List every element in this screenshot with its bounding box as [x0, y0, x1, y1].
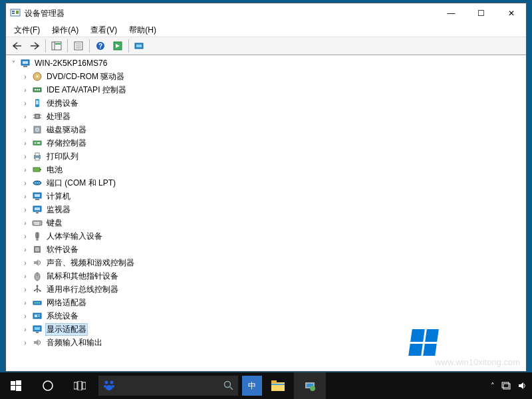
tree-node[interactable]: ›端口 (COM 和 LPT): [21, 176, 526, 190]
expand-icon[interactable]: ›: [21, 285, 30, 294]
svg-rect-26: [36, 100, 39, 104]
menu-view[interactable]: 查看(V): [85, 23, 122, 37]
computer-icon: [32, 191, 43, 201]
svg-rect-75: [39, 303, 40, 303]
baidu-icon: [102, 379, 116, 392]
show-hide-tree-button[interactable]: [49, 39, 65, 53]
svg-rect-15: [136, 45, 142, 47]
menu-file[interactable]: 文件(F): [9, 23, 45, 37]
node-label: 监视器: [45, 203, 72, 216]
expand-icon[interactable]: ›: [21, 338, 30, 347]
expand-icon[interactable]: ›: [21, 271, 30, 281]
tree-node[interactable]: ›磁盘驱动器: [21, 123, 526, 136]
tree-node[interactable]: ›系统设备: [21, 309, 526, 323]
help-button[interactable]: ?: [92, 39, 108, 53]
svg-line-97: [230, 387, 233, 390]
node-label: 声音、视频和游戏控制器: [45, 257, 136, 269]
expand-icon[interactable]: ›: [21, 258, 30, 267]
svg-point-92: [110, 381, 114, 384]
svg-rect-23: [37, 89, 38, 90]
network-icon[interactable]: [501, 381, 511, 390]
tree-root-node[interactable]: ˅ WIN-2K5KP16MS76: [9, 57, 526, 70]
svg-point-35: [37, 129, 38, 130]
tree-node[interactable]: ›DVD/CD-ROM 驱动器: [21, 70, 526, 83]
tree-node[interactable]: ›人体学输入设备: [21, 229, 526, 243]
expand-icon[interactable]: ›: [21, 218, 30, 227]
expand-icon[interactable]: ›: [21, 298, 30, 307]
svg-rect-58: [38, 222, 39, 223]
node-label: 通用串行总线控制器: [45, 283, 120, 296]
keyboard-icon: [32, 217, 43, 228]
menu-action[interactable]: 操作(A): [47, 23, 84, 37]
svg-rect-43: [40, 169, 41, 170]
expand-icon[interactable]: ›: [21, 112, 30, 121]
maximize-button[interactable]: ☐: [466, 3, 496, 23]
tree-node[interactable]: ›处理器: [21, 110, 526, 123]
expand-icon[interactable]: ›: [21, 125, 30, 134]
svg-point-71: [39, 290, 41, 291]
start-button[interactable]: [0, 372, 32, 399]
system-tray[interactable]: ˄: [491, 381, 532, 390]
ime-indicator[interactable]: 中: [242, 376, 262, 396]
tray-chevron-icon[interactable]: ˄: [491, 382, 495, 390]
minimize-button[interactable]: —: [436, 3, 466, 23]
collapse-icon[interactable]: ˅: [9, 59, 18, 68]
device-manager-taskbar-button[interactable]: [294, 372, 326, 399]
expand-icon[interactable]: ›: [21, 178, 30, 188]
svg-rect-22: [35, 89, 36, 90]
scan-hardware-button[interactable]: [132, 39, 148, 53]
svg-point-37: [35, 142, 36, 144]
svg-point-96: [225, 382, 231, 388]
expand-icon[interactable]: ›: [21, 231, 30, 241]
windows-logo-icon: [408, 329, 439, 356]
cortana-button[interactable]: [32, 372, 64, 399]
tree-node[interactable]: ›电池: [21, 163, 526, 176]
tree-node[interactable]: ›计算机: [21, 190, 526, 203]
tree-node[interactable]: ›通用串行总线控制器: [21, 283, 526, 296]
expand-icon[interactable]: ›: [21, 85, 30, 94]
expand-icon[interactable]: ›: [21, 98, 30, 108]
tree-node[interactable]: ›声音、视频和游戏控制器: [21, 256, 526, 269]
tree-node[interactable]: ›键盘: [21, 216, 526, 229]
menu-help[interactable]: 帮助(H): [124, 23, 162, 37]
close-button[interactable]: ✕: [496, 3, 526, 23]
forward-button[interactable]: [27, 39, 43, 53]
expand-icon[interactable]: ›: [21, 192, 30, 201]
svg-rect-89: [78, 381, 82, 390]
tree-node[interactable]: ›打印队列: [21, 150, 526, 163]
expand-icon[interactable]: ›: [21, 325, 30, 334]
svg-point-46: [37, 182, 38, 184]
expand-icon[interactable]: ›: [21, 152, 30, 161]
watermark-url: www.win10xitong.com: [410, 357, 520, 367]
svg-rect-6: [55, 43, 61, 45]
svg-rect-50: [35, 199, 39, 200]
tree-node[interactable]: ›网络适配器: [21, 296, 526, 309]
taskbar-search[interactable]: [98, 376, 238, 396]
expand-icon[interactable]: ›: [21, 138, 30, 148]
tree-node[interactable]: ›监视器: [21, 203, 526, 216]
tree-node[interactable]: ›存储控制器: [21, 136, 526, 150]
expand-icon[interactable]: ›: [21, 311, 30, 321]
svg-rect-41: [35, 158, 39, 160]
watermark: Win10之家 www.win10xitong.com: [410, 329, 520, 367]
tree-node[interactable]: ›鼠标和其他指针设备: [21, 269, 526, 283]
back-button[interactable]: [9, 39, 25, 53]
expand-icon[interactable]: ›: [21, 245, 30, 254]
volume-icon[interactable]: [517, 381, 527, 390]
hid-icon: [32, 231, 43, 241]
file-explorer-taskbar-button[interactable]: [262, 372, 294, 399]
svg-rect-100: [271, 384, 285, 385]
device-tree[interactable]: ˅ WIN-2K5KP16MS76 ›DVD/CD-ROM 驱动器›IDE AT…: [6, 55, 526, 371]
expand-icon[interactable]: ›: [21, 165, 30, 174]
svg-rect-98: [271, 382, 285, 391]
properties-button[interactable]: [70, 39, 86, 53]
task-view-button[interactable]: [64, 372, 96, 399]
action-button[interactable]: [110, 39, 126, 53]
titlebar[interactable]: 设备管理器 — ☐ ✕: [6, 3, 526, 23]
tree-node[interactable]: ›IDE ATA/ATAPI 控制器: [21, 83, 526, 96]
tree-node[interactable]: ›软件设备: [21, 243, 526, 256]
svg-rect-3: [16, 11, 19, 14]
tree-node[interactable]: ›便携设备: [21, 96, 526, 110]
expand-icon[interactable]: ›: [21, 205, 30, 214]
expand-icon[interactable]: ›: [21, 72, 30, 81]
